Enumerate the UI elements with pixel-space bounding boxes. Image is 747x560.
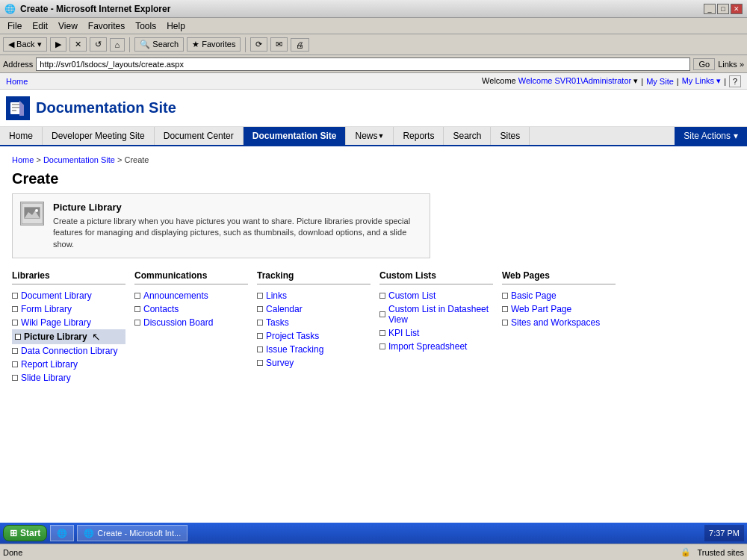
nav-tab-search[interactable]: Search bbox=[444, 127, 491, 145]
back-button[interactable]: ◀ Back ▾ bbox=[3, 37, 47, 52]
maximize-button[interactable]: □ bbox=[717, 4, 729, 14]
nav-tab-document-center[interactable]: Document Center bbox=[155, 127, 244, 145]
menu-file[interactable]: File bbox=[3, 19, 26, 33]
start-button[interactable]: ⊞ Start bbox=[3, 525, 47, 541]
list-item: Discussion Board bbox=[134, 316, 248, 329]
preview-description: Create a picture library when you have p… bbox=[53, 216, 422, 250]
web-part-page-link[interactable]: Web Part Page bbox=[511, 304, 571, 314]
svg-point-11 bbox=[35, 209, 38, 212]
my-links-link[interactable]: My Links ▾ bbox=[682, 76, 721, 86]
home-button[interactable]: ⌂ bbox=[110, 38, 125, 52]
page-content: Create Picture Library Create a picture … bbox=[6, 167, 741, 391]
stop-button[interactable]: ✕ bbox=[69, 37, 87, 52]
sp-home-link[interactable]: Home bbox=[6, 77, 28, 86]
list-item: Custom List in Datasheet View bbox=[379, 302, 493, 326]
menu-edit[interactable]: Edit bbox=[28, 19, 52, 33]
svg-rect-4 bbox=[12, 110, 16, 111]
links-button[interactable]: Links » bbox=[718, 60, 744, 69]
links-link[interactable]: Links bbox=[266, 290, 287, 301]
time-display: 7:37 PM bbox=[709, 529, 740, 538]
nav-tab-developer-meeting[interactable]: Developer Meeting Site bbox=[43, 127, 155, 145]
calendar-link[interactable]: Calendar bbox=[266, 304, 303, 314]
list-item: Import Spreadsheet bbox=[379, 340, 493, 353]
custom-list-link[interactable]: Custom List bbox=[388, 290, 436, 301]
window-icon: 🌐 bbox=[84, 529, 94, 538]
contacts-link[interactable]: Contacts bbox=[143, 304, 179, 314]
nav-tab-sites[interactable]: Sites bbox=[491, 127, 530, 145]
import-spreadsheet-link[interactable]: Import Spreadsheet bbox=[388, 341, 467, 352]
history-button[interactable]: ⟳ bbox=[250, 37, 267, 52]
picture-library-link[interactable]: Picture Library bbox=[24, 332, 87, 342]
preview-title: Picture Library bbox=[53, 202, 422, 213]
close-button[interactable]: ✕ bbox=[731, 4, 743, 14]
menu-favorites[interactable]: Favorites bbox=[84, 19, 129, 33]
document-library-link[interactable]: Document Library bbox=[21, 290, 92, 301]
libraries-column: Libraries Document Library Form Library … bbox=[12, 270, 134, 385]
libraries-header: Libraries bbox=[12, 270, 125, 284]
form-library-link[interactable]: Form Library bbox=[21, 304, 72, 314]
list-item: Document Library bbox=[12, 289, 125, 302]
lists-grid: Libraries Document Library Form Library … bbox=[12, 270, 624, 385]
list-item: Links bbox=[257, 289, 371, 302]
menu-view[interactable]: View bbox=[54, 19, 82, 33]
project-tasks-link[interactable]: Project Tasks bbox=[266, 331, 319, 341]
announcements-link[interactable]: Announcements bbox=[143, 290, 208, 301]
issue-tracking-link[interactable]: Issue Tracking bbox=[266, 344, 323, 355]
refresh-button[interactable]: ↺ bbox=[90, 37, 107, 52]
custom-lists-column: Custom Lists Custom List Custom List in … bbox=[379, 270, 502, 385]
breadcrumb-documentation-site[interactable]: Documentation Site bbox=[43, 155, 115, 164]
separator1: | bbox=[641, 77, 643, 86]
taskbar-window-button[interactable]: 🌐 Create - Microsoft Int... bbox=[77, 525, 187, 541]
user-link[interactable]: Welcome SVR01\Administrator bbox=[518, 76, 631, 85]
bullet-icon bbox=[379, 330, 385, 336]
preview-icon bbox=[20, 202, 44, 225]
search-button[interactable]: 🔍 Search bbox=[134, 37, 184, 52]
sites-workspaces-link[interactable]: Sites and Workspaces bbox=[511, 317, 600, 328]
bullet-icon bbox=[12, 361, 18, 367]
nav-tab-news[interactable]: News bbox=[346, 127, 394, 145]
mail-button[interactable]: ✉ bbox=[270, 37, 288, 52]
nav-tab-documentation-site[interactable]: Documentation Site bbox=[244, 127, 347, 145]
address-input[interactable] bbox=[36, 57, 690, 71]
bullet-icon bbox=[379, 343, 385, 349]
main-content: Home > Documentation Site > Create Creat… bbox=[0, 146, 747, 544]
my-site-link[interactable]: My Site bbox=[646, 77, 674, 86]
wiki-page-library-link[interactable]: Wiki Page Library bbox=[21, 317, 91, 328]
custom-lists-header: Custom Lists bbox=[379, 270, 493, 284]
site-title: Documentation Site bbox=[36, 99, 176, 116]
print-button[interactable]: 🖨 bbox=[291, 38, 309, 52]
windows-icon: ⊞ bbox=[10, 528, 17, 538]
custom-list-datasheet-link[interactable]: Custom List in Datasheet View bbox=[388, 304, 493, 325]
forward-button[interactable]: ▶ bbox=[50, 37, 66, 52]
basic-page-link[interactable]: Basic Page bbox=[511, 290, 557, 301]
data-connection-library-link[interactable]: Data Connection Library bbox=[21, 346, 117, 356]
help-icon[interactable]: ? bbox=[729, 75, 741, 87]
list-item: Form Library bbox=[12, 302, 125, 316]
list-item: Project Tasks bbox=[257, 329, 371, 343]
bullet-icon bbox=[257, 320, 263, 326]
minimize-button[interactable]: _ bbox=[704, 4, 716, 14]
list-item: Announcements bbox=[134, 289, 248, 302]
page-title: Create bbox=[12, 167, 735, 193]
report-library-link[interactable]: Report Library bbox=[21, 359, 78, 370]
bullet-icon bbox=[502, 320, 508, 326]
kpi-list-link[interactable]: KPI List bbox=[388, 328, 419, 338]
nav-tab-reports[interactable]: Reports bbox=[394, 127, 444, 145]
tasks-link[interactable]: Tasks bbox=[266, 317, 289, 328]
svg-rect-3 bbox=[12, 107, 19, 108]
slide-library-link[interactable]: Slide Library bbox=[21, 373, 71, 383]
list-item: Calendar bbox=[257, 302, 371, 316]
taskbar-clock: 7:37 PM bbox=[704, 525, 744, 541]
survey-link[interactable]: Survey bbox=[266, 358, 294, 368]
nav-tab-home[interactable]: Home bbox=[0, 127, 43, 145]
bullet-icon bbox=[12, 375, 18, 381]
go-button[interactable]: Go bbox=[693, 58, 715, 70]
breadcrumb-home[interactable]: Home bbox=[12, 155, 34, 164]
discussion-board-link[interactable]: Discussion Board bbox=[143, 317, 213, 328]
address-label: Address bbox=[3, 60, 33, 69]
favorites-button[interactable]: ★ Favorites bbox=[187, 37, 241, 52]
bullet-icon bbox=[15, 334, 21, 340]
menu-tools[interactable]: Tools bbox=[131, 19, 161, 33]
site-actions-button[interactable]: Site Actions ▾ bbox=[675, 127, 747, 145]
menu-help[interactable]: Help bbox=[162, 19, 190, 33]
